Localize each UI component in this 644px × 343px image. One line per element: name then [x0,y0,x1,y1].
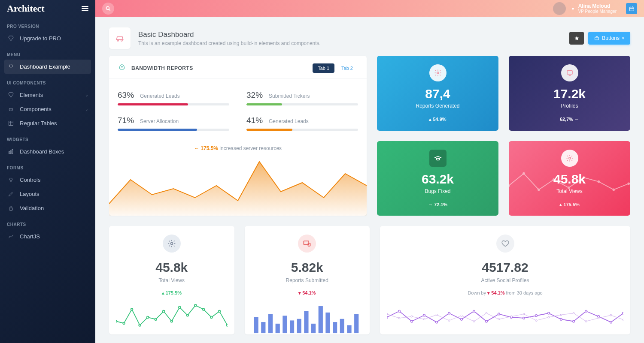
svg-point-1 [12,110,12,111]
svg-line-12 [109,9,110,11]
svg-point-78 [523,317,525,319]
svg-rect-64 [340,319,344,333]
svg-rect-2 [9,121,13,126]
bulb-icon [7,177,15,183]
svg-rect-55 [275,324,279,333]
svg-rect-65 [347,325,351,334]
sidebar-item-chartjs[interactable]: ChartJS [0,229,95,244]
stat-server-allocation: 71%Server Allocation [118,116,229,131]
sidebar-item-label: Elements [20,92,43,98]
svg-point-35 [116,320,117,322]
gear-icon [163,235,181,253]
bandwidth-reports-card: BANDWIDTH REPORTS Tab 1Tab 2 63%Generate… [109,56,367,216]
gear-icon [429,64,447,81]
svg-point-0 [9,110,10,111]
star-icon [574,36,580,41]
sidebar-item-layouts[interactable]: Layouts [0,187,95,201]
svg-point-75 [486,320,488,322]
svg-point-27 [553,178,555,181]
sidebar-item-components[interactable]: Components ⌄ [0,102,95,116]
calendar-button[interactable] [626,3,637,14]
page-title: Basic Dashboard [138,30,321,39]
rocket-icon [7,63,15,70]
reports-delta: ▾ 54.1% [252,290,363,296]
chart-icon [7,148,15,155]
svg-rect-5 [9,152,9,154]
sidebar-item-label: Components [20,106,52,112]
svg-point-92 [448,320,450,322]
svg-point-101 [560,314,562,316]
svg-rect-7 [12,150,13,154]
sidebar-section: UI COMPONENTS [0,78,95,88]
buttons-dropdown[interactable]: Buttons ▾ [588,32,630,45]
svg-point-39 [147,316,149,319]
svg-rect-57 [289,320,294,333]
sidebar-item-controls[interactable]: Controls [0,173,95,187]
tile-profiles: 17.2k Profiles 62,7% ← [509,56,630,131]
sidebar-item-regular-tables[interactable]: Regular Tables [0,116,95,130]
user-menu[interactable]: ▾ Alina Mcloud VP People Manager [553,2,617,15]
tile-label: Profiles [515,103,624,109]
search-button[interactable] [102,3,114,15]
svg-point-25 [522,172,525,175]
svg-point-102 [573,313,574,314]
svg-rect-63 [333,322,337,333]
sidebar-item-dashboard-example[interactable]: Dashboard Example [4,60,91,74]
svg-point-71 [436,321,438,323]
total-views-chart [116,300,228,334]
tile-delta: ▴ 54.9% [383,117,492,122]
sidebar-item-label: Layouts [20,191,39,197]
svg-point-21 [437,72,439,74]
svg-point-67 [387,316,388,319]
svg-point-94 [473,321,475,322]
svg-point-105 [610,314,612,316]
sidebar-item-label: Upgrade to PRO [20,35,61,42]
svg-point-48 [219,310,221,313]
tab-tab-1[interactable]: Tab 1 [313,63,334,73]
svg-point-36 [123,322,125,325]
total-views-delta: ▴ 175.5% [116,290,228,296]
search-icon [105,6,111,12]
sidebar-item-validation[interactable]: Validation [0,201,95,215]
svg-point-104 [598,317,599,319]
tile-delta: ▴ 175.5% [515,202,624,208]
social-note: Down by ▾ 54.1% from 30 days ago [387,290,623,296]
svg-point-76 [498,313,500,315]
monitor-icon [561,64,578,81]
tile-label: Reports Generated [383,103,492,109]
favorite-button[interactable] [569,32,584,45]
stat-generated-leads: 63%Generated Leads [118,90,229,105]
sidebar-item-elements[interactable]: Elements ⌄ [0,88,95,102]
social-chart [387,300,623,334]
svg-point-83 [585,310,587,312]
reports-label: Reports Submitted [252,277,363,283]
svg-rect-19 [595,37,599,40]
svg-point-103 [585,321,587,322]
svg-point-33 [568,157,571,159]
svg-rect-10 [9,208,12,211]
sidebar-item-upgrade-to-pro[interactable]: Upgrade to PRO [0,31,95,45]
svg-point-95 [486,313,487,314]
svg-point-99 [535,320,537,322]
sidebar-item-dashboard-boxes[interactable]: Dashboard Boxes [0,144,95,159]
total-views-label: Total Views [116,277,228,283]
pencil-icon [7,191,15,197]
svg-point-88 [398,317,400,319]
svg-rect-62 [325,313,330,333]
svg-rect-59 [304,311,308,333]
svg-point-80 [548,312,550,314]
svg-rect-66 [354,314,358,333]
svg-rect-61 [318,306,322,333]
tab-tab-2[interactable]: Tab 2 [336,63,358,73]
svg-point-18 [121,40,122,41]
sidebar-item-label: Dashboard Example [20,63,70,70]
calendar-icon [629,6,635,12]
chevron-down-icon: ⌄ [85,93,88,97]
tile-reports-generated: 87,4 Reports Generated ▴ 54.9% [377,56,498,131]
svg-point-90 [423,319,425,320]
sidebar-section: CHARTS [0,220,95,229]
svg-rect-13 [629,7,634,11]
svg-point-89 [411,316,413,317]
menu-toggle-icon[interactable] [82,6,88,11]
total-views-card: 45.8k Total Views ▴ 175.5% [109,226,234,334]
